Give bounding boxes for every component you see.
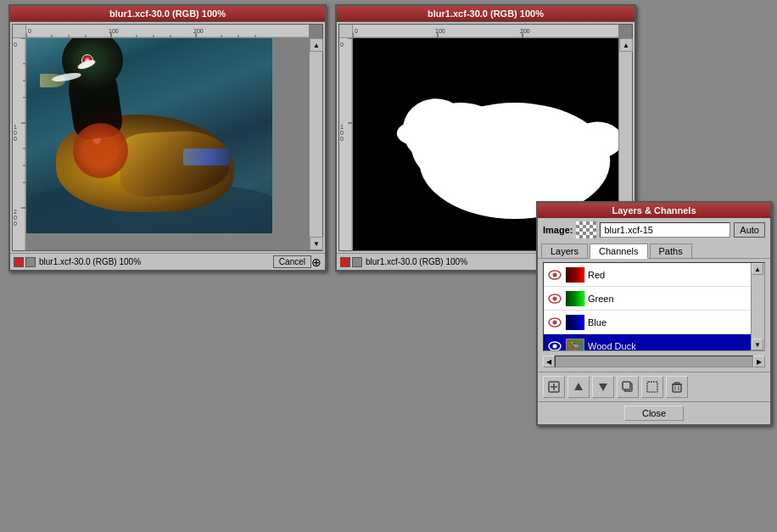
channel-name-red: Red bbox=[588, 270, 747, 280]
canvas-area-1: 0 100 200 bbox=[12, 24, 323, 251]
svg-text:0: 0 bbox=[340, 136, 344, 142]
visibility-icon-layer[interactable] bbox=[547, 339, 562, 352]
selection-button[interactable] bbox=[641, 376, 663, 398]
window1-title: blur1.xcf-30.0 (RGB) 100% bbox=[109, 8, 226, 19]
status-red-box-1 bbox=[14, 257, 24, 267]
image-name-text: blur1.xcf-15 bbox=[604, 225, 652, 235]
svg-text:2: 2 bbox=[14, 209, 17, 215]
window-duck-image: blur1.xcf-30.0 (RGB) 100% 0 100 200 bbox=[8, 4, 327, 272]
status-gray-box-1 bbox=[25, 257, 36, 267]
svg-text:0: 0 bbox=[14, 215, 17, 221]
channel-row-red[interactable]: Red bbox=[544, 263, 751, 287]
channel-name-green: Green bbox=[588, 294, 747, 304]
image-name-field[interactable]: blur1.xcf-15 bbox=[600, 222, 730, 238]
ruler-v-2: 0 1 0 0 bbox=[339, 38, 353, 250]
scroll-up-1[interactable]: ▲ bbox=[310, 38, 323, 52]
svg-text:0: 0 bbox=[14, 136, 17, 142]
svg-point-57 bbox=[553, 296, 557, 300]
lc-tabs: Layers Channels Paths bbox=[538, 242, 770, 259]
lc-image-row: Image: blur1.xcf-15 Auto bbox=[538, 218, 770, 242]
horizontal-scroll-area: ◀ ▶ bbox=[543, 355, 765, 368]
delete-button[interactable] bbox=[666, 376, 688, 398]
new-channel-button[interactable] bbox=[543, 376, 565, 398]
svg-rect-70 bbox=[673, 384, 681, 392]
ruler-corner-1 bbox=[13, 25, 26, 38]
auto-button[interactable]: Auto bbox=[734, 222, 765, 238]
list-scrollbar[interactable]: ▲ ▼ bbox=[751, 263, 764, 350]
hscroll-track[interactable] bbox=[555, 356, 753, 367]
svg-text:1: 1 bbox=[14, 124, 17, 130]
cancel-button[interactable]: Cancel bbox=[273, 255, 311, 268]
svg-text:0: 0 bbox=[355, 28, 358, 34]
svg-text:0: 0 bbox=[14, 130, 17, 136]
svg-rect-68 bbox=[623, 382, 630, 389]
svg-text:0: 0 bbox=[340, 42, 344, 48]
close-button[interactable]: Close bbox=[624, 406, 684, 421]
svg-text:200: 200 bbox=[193, 28, 204, 34]
status-text-1: blur1.xcf-30.0 (RGB) 100% bbox=[39, 257, 270, 266]
svg-text:1: 1 bbox=[340, 124, 344, 130]
lc-title: Layers & Channels bbox=[612, 205, 696, 216]
image-thumbnail bbox=[576, 221, 596, 238]
channel-row-layer[interactable]: 🦆 Wood Duck bbox=[544, 334, 751, 351]
svg-marker-65 bbox=[574, 383, 583, 390]
window2-title: blur1.xcf-30.0 (RGB) 100% bbox=[428, 8, 544, 19]
scrollbar-v-1[interactable]: ▲ ▼ bbox=[309, 38, 322, 250]
channel-list: Red Green bbox=[544, 263, 751, 351]
ruler-h-2: 0 100 200 bbox=[353, 25, 618, 38]
list-scroll-up[interactable]: ▲ bbox=[752, 263, 763, 275]
visibility-icon-blue[interactable] bbox=[547, 315, 562, 330]
channel-thumbnail-red bbox=[566, 267, 584, 283]
tab-layers[interactable]: Layers bbox=[541, 244, 588, 258]
list-scroll-down[interactable]: ▼ bbox=[752, 339, 763, 350]
window-duck-image-inner: blur1.xcf-30.0 (RGB) 100% 0 100 200 bbox=[8, 4, 327, 272]
ruler-corner-2 bbox=[339, 25, 353, 38]
tab-paths[interactable]: Paths bbox=[650, 244, 692, 258]
window2-titlebar: blur1.xcf-30.0 (RGB) 100% bbox=[337, 6, 634, 22]
move-up-button[interactable] bbox=[567, 376, 590, 398]
svg-point-51 bbox=[397, 122, 433, 145]
channel-thumbnail-blue bbox=[566, 315, 584, 330]
channel-list-container: Red Green bbox=[543, 262, 765, 351]
svg-text:0: 0 bbox=[340, 130, 344, 136]
svg-point-61 bbox=[553, 344, 557, 348]
image-viewport-1 bbox=[26, 38, 309, 250]
lc-titlebar: Layers & Channels bbox=[538, 203, 770, 218]
status-red-box-2 bbox=[340, 257, 350, 267]
svg-text:100: 100 bbox=[435, 28, 445, 34]
move-down-button[interactable] bbox=[592, 376, 614, 398]
svg-point-53 bbox=[448, 115, 498, 182]
lc-close-row: Close bbox=[538, 401, 770, 424]
visibility-icon-green[interactable] bbox=[547, 291, 562, 306]
svg-rect-72 bbox=[674, 383, 679, 384]
statusbar-1: blur1.xcf-30.0 (RGB) 100% Cancel ⊕ bbox=[10, 253, 325, 270]
svg-text:0: 0 bbox=[14, 221, 17, 227]
visibility-icon-red[interactable] bbox=[547, 267, 562, 283]
channel-row-blue[interactable]: Blue bbox=[544, 311, 751, 334]
hscroll-right[interactable]: ▶ bbox=[753, 356, 765, 367]
tab-channels[interactable]: Channels bbox=[590, 244, 647, 259]
hscroll-left[interactable]: ◀ bbox=[543, 356, 555, 367]
svg-rect-69 bbox=[647, 382, 657, 392]
scroll-up-2[interactable]: ▲ bbox=[619, 38, 633, 52]
lc-toolbar bbox=[538, 372, 770, 401]
svg-text:0: 0 bbox=[14, 42, 17, 48]
channel-row-green[interactable]: Green bbox=[544, 287, 751, 311]
channel-thumbnail-layer: 🦆 bbox=[566, 339, 584, 352]
duplicate-button[interactable] bbox=[617, 376, 639, 398]
svg-text:200: 200 bbox=[520, 28, 530, 34]
svg-text:100: 100 bbox=[109, 28, 119, 34]
ruler-v-1: 0 1 0 0 2 0 0 bbox=[13, 38, 26, 250]
window1-titlebar: blur1.xcf-30.0 (RGB) 100% bbox=[10, 6, 325, 22]
scroll-down-1[interactable]: ▼ bbox=[310, 237, 323, 250]
duck-painting bbox=[26, 38, 272, 233]
ruler-h-1: 0 100 200 bbox=[26, 25, 309, 38]
channel-thumbnail-green bbox=[566, 291, 584, 306]
crosshair-icon: ⊕ bbox=[311, 255, 321, 269]
channel-name-layer: Wood Duck bbox=[588, 341, 747, 351]
svg-point-59 bbox=[553, 320, 557, 324]
svg-point-55 bbox=[553, 272, 557, 277]
svg-marker-66 bbox=[599, 384, 607, 391]
lc-image-label: Image: bbox=[543, 225, 573, 235]
channel-name-blue: Blue bbox=[588, 317, 747, 328]
